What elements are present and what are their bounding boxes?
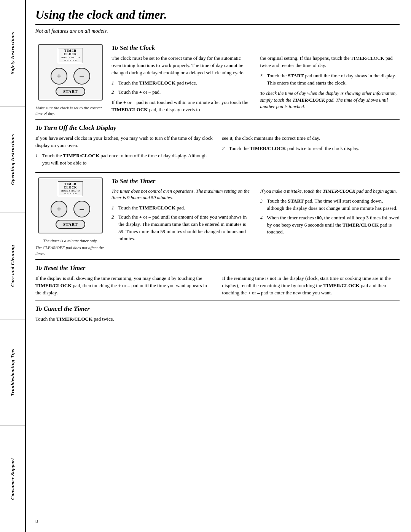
sidebar-section-operating: Operating Instructions [0, 107, 25, 213]
set-timer-step3-num: 3 [260, 198, 267, 205]
sidebar-label-care: Care and Cleaning [10, 245, 16, 287]
hold-sublabel: HOLD 3 SEC. TOSET CLOCK [61, 56, 80, 62]
timer-clock-label: TIMER CLOCK HOLD 3 SEC. TOSET CLOCK [58, 48, 83, 63]
timer-caption2: The CLEAR/OFF pad does not affect the ti… [35, 245, 105, 256]
turn-off-clock-section: To Turn Off the Clock Display If you hav… [35, 120, 400, 173]
cancel-timer-text: Touch the TIMER/CLOCK pad twice. [35, 316, 400, 323]
turn-off-clock-heading: To Turn Off the Clock Display [35, 124, 400, 132]
page-number-area: 8 [35, 514, 400, 524]
turn-off-step1-num: 1 [35, 152, 42, 160]
set-timer-left-col: The timer does not control oven operatio… [112, 188, 251, 245]
step3-num: 3 [260, 72, 267, 80]
set-clock-step2: 2 Touch the + or – pad. [112, 89, 251, 96]
hold-sublabel2: HOLD 3 SEC. TOSET CLOCK [61, 189, 80, 195]
turn-off-step2-num: 2 [222, 145, 229, 152]
set-timer-text-col: To Set the Timer The timer does not cont… [112, 177, 400, 256]
turn-off-step1-text: Touch the TIMER/CLOCK pad once to turn o… [42, 152, 213, 167]
set-timer-step2-text: Touch the + or – pad until the amount of… [118, 214, 251, 242]
set-timer-section: TIMER CLOCK HOLD 3 SEC. TOSET CLOCK + – … [35, 173, 400, 260]
panel-buttons: + – [51, 68, 90, 85]
set-clock-note-left: If the + or – pad is not touched within … [112, 99, 251, 113]
reset-timer-heading: To Reset the Timer [35, 264, 400, 272]
sidebar-section-consumer: Consumer Support [0, 426, 25, 532]
sidebar-section-care: Care and Cleaning [0, 213, 25, 320]
step3-text: Touch the START pad until the time of da… [267, 72, 400, 87]
plus-button[interactable]: + [51, 68, 67, 85]
timer-plus-button[interactable]: + [51, 201, 67, 217]
set-timer-step3-text: Touch the START pad. The time will start… [267, 198, 400, 212]
set-clock-italic-note: To check the time of day when the displa… [260, 90, 400, 110]
sidebar-label-safety: Safety Instructions [10, 32, 16, 74]
set-clock-right-col: the original setting. If this happens, t… [260, 55, 400, 113]
set-clock-step1: 1 Touch the TIMER/CLOCK pad twice. [112, 80, 251, 87]
sidebar: Safety Instructions Operating Instructio… [0, 0, 26, 532]
set-clock-note-right: the original setting. If this happens, t… [260, 55, 400, 69]
set-timer-step3: 3 Touch the START pad. The time will sta… [260, 198, 400, 212]
turn-off-note-right: see it, the clock maintains the correct … [222, 135, 400, 142]
step2-text: Touch the + or – pad. [118, 89, 251, 96]
reset-timer-section: To Reset the Timer If the display is sti… [35, 260, 400, 300]
turn-off-step2-text: Touch the TIMER/CLOCK pad twice to recal… [229, 145, 400, 152]
set-clock-intro: The clock must be set to the correct tim… [112, 55, 251, 77]
set-timer-step4-text: When the timer reaches :00, the control … [267, 214, 400, 236]
turn-off-left-col: If you have several clocks in your kitch… [35, 135, 213, 169]
turn-off-intro: If you have several clocks in your kitch… [35, 135, 213, 149]
cancel-timer-heading: To Cancel the Timer [35, 305, 400, 313]
set-timer-step1: 1 Touch the TIMER/CLOCK pad. [112, 204, 251, 212]
timer-caption1: The timer is a minute timer only. [43, 238, 97, 243]
sidebar-label-troubleshooting: Troubleshooting Tips [10, 349, 16, 396]
minus-button[interactable]: – [73, 68, 90, 85]
set-clock-text-col: To Set the Clock The clock must be set t… [112, 44, 400, 116]
step2-num: 2 [112, 89, 118, 96]
reset-timer-right-col: If the remaining time is not in the disp… [222, 275, 400, 297]
reset-timer-right-text: If the remaining time is not in the disp… [222, 275, 400, 297]
set-clock-step3: 3 Touch the START pad until the time of … [260, 72, 400, 87]
timer-minus-button[interactable]: – [73, 201, 90, 217]
timer-clock-label2: TIMER CLOCK HOLD 3 SEC. TOSET CLOCK [58, 181, 83, 197]
step1-num: 1 [112, 80, 118, 87]
turn-off-clock-two-col: If you have several clocks in your kitch… [35, 135, 400, 169]
sidebar-section-safety: Safety Instructions [0, 0, 25, 107]
set-timer-heading: To Set the Timer [112, 177, 400, 185]
page-subtitle: Not all features are on all models. [35, 28, 400, 34]
sidebar-section-troubleshooting: Troubleshooting Tips [0, 320, 25, 426]
reset-timer-left-col: If the display is still showing the time… [35, 275, 213, 297]
timer-panel-illustration: TIMER CLOCK HOLD 3 SEC. TOSET CLOCK + – … [38, 177, 103, 234]
sidebar-label-operating: Operating Instructions [10, 134, 16, 185]
turn-off-right-col: see it, the clock maintains the correct … [222, 135, 400, 169]
set-timer-step1-num: 1 [112, 204, 118, 212]
clock-label2: CLOCK [64, 186, 77, 189]
cancel-timer-section: To Cancel the Timer Touch the TIMER/CLOC… [35, 300, 400, 326]
set-clock-heading: To Set the Clock [112, 44, 400, 52]
set-timer-italic-intro: The timer does not control oven operatio… [112, 188, 251, 201]
main-content: Using the clock and timer. Not all featu… [26, 0, 411, 532]
page-number: 8 [35, 518, 38, 524]
set-timer-step2: 2 Touch the + or – pad until the amount … [112, 214, 251, 242]
reset-timer-two-col: If the display is still showing the time… [35, 275, 400, 297]
set-timer-step2-num: 2 [112, 214, 118, 221]
clock-label: CLOCK [64, 53, 77, 56]
set-timer-step4: 4 When the timer reaches :00, the contro… [260, 214, 400, 236]
set-timer-step4-num: 4 [260, 214, 267, 222]
set-clock-left-col: The clock must be set to the correct tim… [112, 55, 251, 113]
step1-text: Touch the TIMER/CLOCK pad twice. [118, 80, 251, 87]
set-timer-step1-text: Touch the TIMER/CLOCK pad. [118, 204, 251, 212]
timer-label: TIMER [64, 49, 76, 53]
timer-panel-buttons: + – [51, 201, 90, 217]
clock-panel-illustration: TIMER CLOCK HOLD 3 SEC. TOSET CLOCK + – … [38, 44, 103, 101]
turn-off-step2: 2 Touch the TIMER/CLOCK pad twice to rec… [222, 145, 400, 152]
set-timer-note-right: If you make a mistake, touch the TIMER/C… [260, 188, 400, 195]
sidebar-label-consumer: Consumer Support [10, 458, 16, 500]
set-clock-two-col: The clock must be set to the correct tim… [112, 55, 400, 113]
set-timer-two-col: The timer does not control oven operatio… [112, 188, 400, 245]
clock-panel-col: TIMER CLOCK HOLD 3 SEC. TOSET CLOCK + – … [35, 44, 112, 116]
start-button[interactable]: START [56, 87, 85, 96]
set-clock-section: TIMER CLOCK HOLD 3 SEC. TOSET CLOCK + – … [35, 40, 400, 120]
timer-panel-col: TIMER CLOCK HOLD 3 SEC. TOSET CLOCK + – … [35, 177, 112, 256]
timer-start-button[interactable]: START [56, 220, 85, 229]
timer-label2: TIMER [64, 182, 76, 186]
reset-timer-left-text: If the display is still showing the time… [35, 275, 213, 297]
set-timer-right-col: If you make a mistake, touch the TIMER/C… [260, 188, 400, 245]
clock-panel-caption: Make sure the clock is set to the correc… [35, 105, 105, 116]
turn-off-step1: 1 Touch the TIMER/CLOCK pad once to turn… [35, 152, 213, 167]
